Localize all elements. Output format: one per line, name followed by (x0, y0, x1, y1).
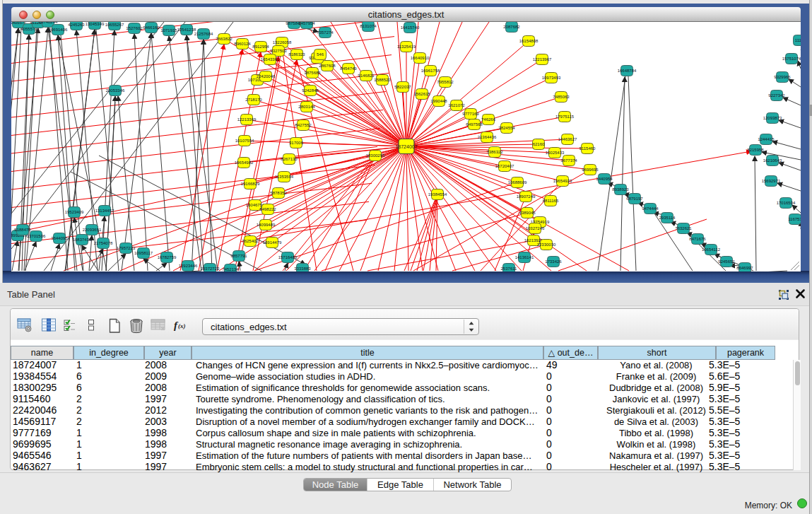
svg-text:22420046: 22420046 (257, 74, 276, 78)
svg-text:7632621: 7632621 (675, 226, 692, 230)
svg-text:2087682: 2087682 (503, 25, 520, 29)
svg-text:10107554: 10107554 (235, 139, 254, 143)
svg-text:13045349: 13045349 (86, 22, 105, 26)
svg-text:16648784: 16648784 (618, 69, 637, 73)
svg-text:2803144: 2803144 (298, 105, 315, 109)
svg-text:10837430: 10837430 (73, 238, 92, 242)
svg-text:8960124: 8960124 (234, 42, 251, 46)
svg-text:7357274: 7357274 (317, 30, 334, 35)
svg-text:746266: 746266 (481, 117, 496, 122)
svg-text:13701506: 13701506 (27, 234, 46, 238)
svg-text:15720407: 15720407 (495, 164, 514, 168)
svg-text:7955812: 7955812 (437, 80, 454, 84)
svg-text:1440954: 1440954 (596, 177, 613, 181)
svg-text:317006: 317006 (289, 141, 304, 145)
svg-text:10973493: 10973493 (542, 76, 561, 80)
svg-text:20053346: 20053346 (106, 88, 125, 93)
svg-text:10654112: 10654112 (702, 247, 721, 252)
svg-text:9777169: 9777169 (462, 112, 479, 116)
svg-text:2537611: 2537611 (501, 267, 518, 271)
svg-text:16543362: 16543362 (261, 57, 280, 62)
svg-text:17975115: 17975115 (555, 115, 575, 119)
svg-text:15692971: 15692971 (762, 179, 781, 183)
svg-text:6879197: 6879197 (626, 197, 643, 201)
svg-text:10958117: 10958117 (134, 251, 153, 255)
svg-text:14136141: 14136141 (515, 255, 534, 259)
svg-text:9474444: 9474444 (642, 206, 659, 211)
svg-text:12923446: 12923446 (179, 264, 198, 268)
svg-text:10688609: 10688609 (508, 180, 527, 185)
svg-text:1244415: 1244415 (758, 137, 775, 141)
svg-text:16961758: 16961758 (421, 69, 440, 73)
svg-text:3644095: 3644095 (51, 236, 68, 240)
svg-text:19166829: 19166829 (241, 182, 260, 186)
svg-text:21754078: 21754078 (94, 241, 113, 245)
svg-text:8186323: 8186323 (288, 52, 305, 57)
svg-text:5822037: 5822037 (394, 85, 411, 89)
svg-text:1588520: 1588520 (374, 78, 391, 82)
svg-text:7386322: 7386322 (486, 150, 503, 154)
svg-text:8131074: 8131074 (360, 24, 377, 28)
svg-text:5188470: 5188470 (14, 228, 31, 232)
svg-text:1527602: 1527602 (126, 26, 143, 30)
svg-text:62160: 62160 (533, 142, 545, 146)
svg-text:8912954: 8912954 (252, 45, 269, 49)
svg-text:2718170: 2718170 (245, 98, 262, 102)
svg-text:8454749: 8454749 (340, 66, 357, 71)
svg-text:3677374: 3677374 (560, 158, 577, 163)
svg-text:9115460: 9115460 (579, 146, 596, 151)
svg-text:16210643: 16210643 (763, 158, 782, 163)
svg-text:3824554: 3824554 (498, 126, 515, 130)
svg-text:8811165: 8811165 (543, 199, 559, 203)
svg-text:16154808: 16154808 (519, 39, 539, 43)
svg-text:16640910: 16640910 (411, 56, 430, 60)
svg-text:16782759: 16782759 (158, 255, 177, 259)
svg-text:19654982: 19654982 (235, 160, 254, 165)
svg-text:8938923: 8938923 (612, 187, 629, 192)
svg-text:8427552: 8427552 (295, 123, 312, 127)
svg-text:12093873: 12093873 (763, 116, 782, 120)
svg-text:9242848: 9242848 (302, 88, 319, 93)
svg-text:2457954: 2457954 (298, 22, 315, 25)
svg-text:16415740: 16415740 (401, 25, 420, 30)
svg-text:20691406: 20691406 (49, 28, 68, 32)
svg-text:19654923: 19654923 (553, 179, 572, 183)
svg-text:5878352: 5878352 (270, 191, 287, 195)
svg-text:15716485: 15716485 (278, 255, 298, 259)
svg-text:8215958: 8215958 (747, 148, 764, 152)
svg-text:14463627: 14463627 (558, 137, 577, 141)
svg-text:(x): (x) (178, 322, 186, 329)
svg-text:1562615: 1562615 (413, 92, 430, 96)
svg-text:6497568: 6497568 (466, 122, 483, 127)
svg-text:6466160: 6466160 (143, 25, 160, 30)
svg-text:2935114: 2935114 (659, 216, 676, 220)
svg-text:1621072: 1621072 (448, 103, 465, 107)
svg-text:17957223: 17957223 (117, 246, 136, 250)
svg-text:4389045: 4389045 (519, 211, 536, 215)
svg-text:13226058: 13226058 (273, 40, 292, 45)
svg-text:1117: 1117 (795, 38, 801, 42)
svg-text:116753: 116753 (788, 217, 801, 221)
svg-text:21364436: 21364436 (478, 135, 497, 139)
svg-text:12213967: 12213967 (533, 57, 552, 62)
svg-text:11353594: 11353594 (275, 175, 294, 179)
svg-text:18724007: 18724007 (395, 144, 417, 149)
svg-text:7625402: 7625402 (242, 239, 259, 243)
svg-text:1733426: 1733426 (545, 259, 562, 264)
svg-text:19384554: 19384554 (428, 192, 447, 197)
svg-text:16914479: 16914479 (263, 240, 282, 245)
svg-text:3333883: 3333883 (294, 267, 311, 271)
svg-text:7452134: 7452134 (222, 267, 239, 271)
svg-text:11325419: 11325419 (397, 45, 416, 49)
svg-text:2867608: 2867608 (319, 64, 336, 68)
svg-text:1990448: 1990448 (430, 99, 447, 103)
svg-text:10025433: 10025433 (546, 151, 565, 155)
svg-text:3875685: 3875685 (304, 71, 321, 75)
svg-text:12213369: 12213369 (237, 117, 257, 122)
svg-text:8471676: 8471676 (689, 237, 706, 241)
svg-text:19523409: 19523409 (65, 210, 84, 214)
svg-text:15751074: 15751074 (782, 57, 801, 61)
svg-text:17016504: 17016504 (777, 201, 796, 205)
svg-text:9227342: 9227342 (768, 93, 785, 98)
svg-text:9699695: 9699695 (582, 168, 599, 172)
